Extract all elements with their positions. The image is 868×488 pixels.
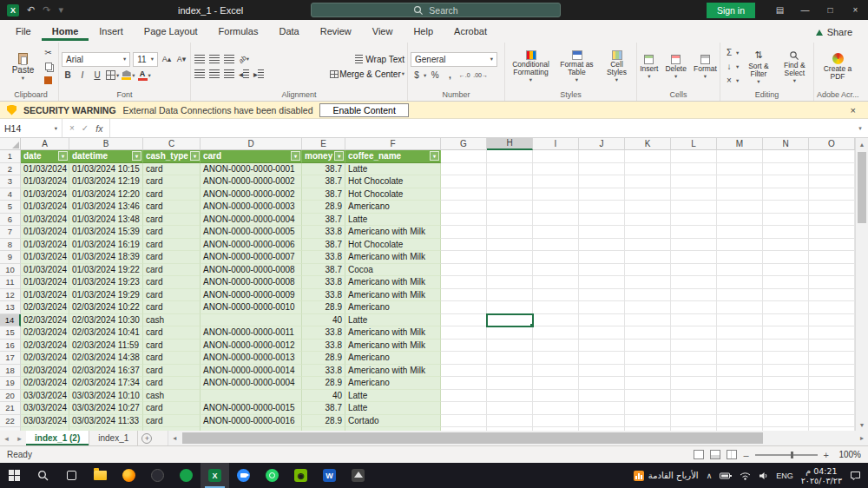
cell-D12[interactable]: ANON-0000-0000-0009 [201, 289, 302, 302]
cell-G10[interactable] [441, 264, 487, 277]
decrease-decimal-icon[interactable]: .00→ [473, 69, 488, 82]
sheet-nav-right-icon[interactable]: ▸ [13, 431, 26, 445]
cell-D6[interactable]: ANON-0000-0000-0004 [201, 214, 302, 227]
row-number-13[interactable]: 13 [0, 301, 21, 314]
cell-C2[interactable]: card [143, 163, 201, 176]
cell-F19[interactable]: Americano [345, 377, 441, 390]
wifi-icon[interactable] [740, 472, 751, 480]
tab-home[interactable]: Home [42, 22, 89, 41]
cell-O20[interactable] [809, 390, 855, 403]
cell-M4[interactable] [717, 188, 763, 201]
cell-C16[interactable]: card [143, 340, 201, 353]
cell-I2[interactable] [533, 163, 579, 176]
row-number-8[interactable]: 8 [0, 239, 21, 252]
cell-D21[interactable]: ANON-0000-0000-0015 [201, 402, 302, 415]
cell-A13[interactable]: 02/03/2024 [21, 301, 69, 314]
cell-C3[interactable]: card [143, 175, 201, 188]
page-layout-view-button[interactable] [710, 450, 720, 459]
cell-H16[interactable] [487, 340, 533, 353]
cell-M14[interactable] [717, 314, 763, 327]
cell-C4[interactable]: card [143, 188, 201, 201]
column-header-M[interactable]: M [717, 138, 763, 150]
cell-I8[interactable] [533, 239, 579, 252]
cell-J22[interactable] [579, 415, 625, 428]
cell-D9[interactable]: ANON-0000-0000-0007 [201, 251, 302, 264]
cell-G11[interactable] [441, 276, 487, 289]
cell-F8[interactable]: Hot Chocolate [345, 239, 441, 252]
cell-J16[interactable] [579, 340, 625, 353]
filter-button[interactable]: ▾ [190, 151, 200, 161]
row-number-5[interactable]: 5 [0, 201, 21, 214]
cell-I17[interactable] [533, 352, 579, 365]
insert-function-icon[interactable]: fx [95, 123, 102, 134]
cell-A11[interactable]: 01/03/2024 [21, 276, 69, 289]
cell-K20[interactable] [625, 390, 671, 403]
cell-J9[interactable] [579, 251, 625, 264]
cell-J13[interactable] [579, 301, 625, 314]
cell-M9[interactable] [717, 251, 763, 264]
row-number-10[interactable]: 10 [0, 264, 21, 277]
share-button[interactable]: Share [806, 23, 863, 41]
tab-review[interactable]: Review [310, 22, 362, 41]
autosum-button[interactable]: Σ▾ [723, 47, 739, 59]
cell-D16[interactable]: ANON-0000-0000-0012 [201, 340, 302, 353]
cell-O8[interactable] [809, 239, 855, 252]
cell-A21[interactable]: 03/03/2024 [21, 402, 69, 415]
wrap-text-button[interactable]: Wrap Text [352, 53, 404, 65]
close-button[interactable]: × [843, 0, 868, 20]
cell-O17[interactable] [809, 352, 855, 365]
row-number-21[interactable]: 21 [0, 402, 21, 415]
cell-N18[interactable] [763, 365, 809, 378]
row-number-14[interactable]: 14 [0, 314, 21, 327]
column-header-E[interactable]: E [302, 138, 345, 150]
cell-N10[interactable] [763, 264, 809, 277]
cell-F18[interactable]: Americano with Milk [345, 365, 441, 378]
column-header-N[interactable]: N [763, 138, 809, 150]
cell-H18[interactable] [487, 365, 533, 378]
cell-K21[interactable] [625, 402, 671, 415]
cell-F9[interactable]: Americano with Milk [345, 251, 441, 264]
cell-G6[interactable] [441, 214, 487, 227]
cell-C15[interactable]: card [143, 326, 201, 340]
cell-G15[interactable] [441, 326, 487, 340]
cell-D11[interactable]: ANON-0000-0000-0008 [201, 276, 302, 289]
header-cell-date[interactable]: date▾ [21, 150, 69, 163]
taskbar-photos-button[interactable] [344, 463, 372, 488]
align-center-icon[interactable] [208, 68, 220, 80]
clear-button[interactable]: ×▾ [723, 75, 739, 87]
cell-L19[interactable] [671, 377, 717, 390]
cell-A2[interactable]: 01/03/2024 [21, 163, 69, 176]
cell-M12[interactable] [717, 289, 763, 302]
tab-formulas[interactable]: Formulas [208, 22, 269, 41]
cell-E6[interactable]: 38.7 [302, 214, 345, 227]
header-cell-cash_type[interactable]: cash_type▾ [143, 150, 201, 163]
comma-style-icon[interactable]: , [444, 69, 456, 82]
cell-H15[interactable] [487, 326, 533, 340]
vertical-scrollbar[interactable]: ▲ ▼ [855, 138, 868, 431]
ribbon-display-options-icon[interactable]: ▤ [767, 0, 792, 20]
cell-J21[interactable] [579, 402, 625, 415]
column-header-G[interactable]: G [441, 138, 487, 150]
cell-K13[interactable] [625, 301, 671, 314]
cell-A9[interactable]: 01/03/2024 [21, 251, 69, 264]
quick-access-chevron-icon[interactable]: ▾ [58, 4, 63, 16]
cell-F16[interactable]: Americano with Milk [345, 340, 441, 353]
cell-K6[interactable] [625, 214, 671, 227]
sheet-nav-left-icon[interactable]: ◂ [0, 431, 13, 445]
cell-C20[interactable]: cash [143, 390, 201, 403]
cell-M13[interactable] [717, 301, 763, 314]
cut-icon[interactable]: ✂ [43, 47, 55, 59]
cell-G7[interactable] [441, 226, 487, 239]
row-number-3[interactable]: 3 [0, 175, 21, 188]
new-sheet-button[interactable]: + [138, 431, 155, 445]
cell-A12[interactable]: 01/03/2024 [21, 289, 69, 302]
formula-input[interactable] [110, 119, 852, 137]
row-number-7[interactable]: 7 [0, 226, 21, 239]
cell-J18[interactable] [579, 365, 625, 378]
cell-K2[interactable] [625, 163, 671, 176]
page-break-view-button[interactable] [727, 450, 737, 459]
cell-D15[interactable]: ANON-0000-0000-0011 [201, 326, 302, 340]
increase-decimal-icon[interactable]: ←.0 [458, 69, 470, 82]
cell-G17[interactable] [441, 352, 487, 365]
cell-L9[interactable] [671, 251, 717, 264]
